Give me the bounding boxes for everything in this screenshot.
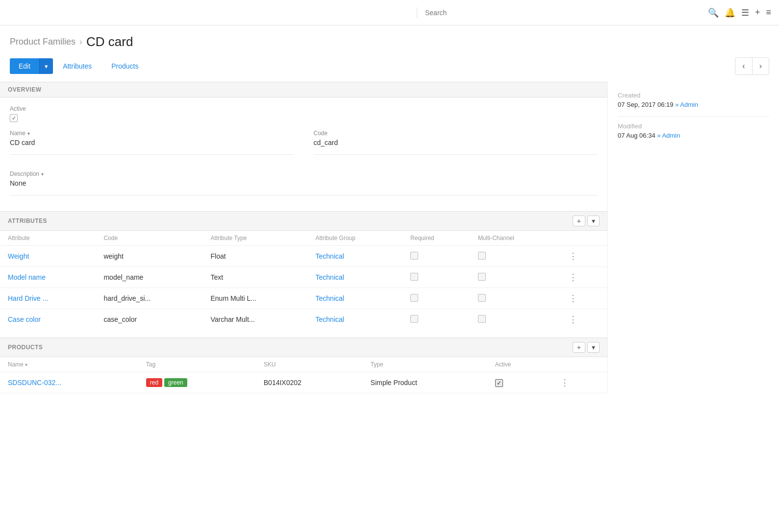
row-actions-button[interactable]: ⋮ <box>567 314 579 325</box>
top-bar: 🔍 🔔 ☰ + ≡ <box>0 0 779 25</box>
description-value: None <box>10 179 598 191</box>
products-dropdown-button[interactable]: ▾ <box>587 342 600 353</box>
attribute-name-link[interactable]: Weight <box>8 252 29 260</box>
breadcrumb-parent[interactable]: Product Families <box>10 37 75 47</box>
tab-products[interactable]: Products <box>101 58 148 74</box>
modified-value: 07 Aug 06:34 » Admin <box>618 132 769 139</box>
multichannel-checkbox[interactable] <box>478 315 486 323</box>
tag-red: red <box>146 378 162 387</box>
attribute-group-link[interactable]: Technical <box>316 273 344 281</box>
col-type: Type <box>363 357 487 372</box>
bell-icon[interactable]: 🔔 <box>725 7 735 18</box>
attribute-type: Varchar Mult... <box>202 309 307 330</box>
breadcrumb: Product Families › CD card <box>0 25 779 54</box>
col-active: Active <box>487 357 551 372</box>
list-icon[interactable]: ☰ <box>741 7 749 18</box>
col-attribute-type: Attribute Type <box>202 231 307 246</box>
main-layout: OVERVIEW Active Name ▾ CD card Code <box>0 82 779 393</box>
attribute-code: weight <box>96 246 202 267</box>
active-checkbox[interactable] <box>10 114 18 122</box>
description-label: Description ▾ <box>10 170 598 177</box>
name-caret: ▾ <box>27 131 30 136</box>
overview-body: Active Name ▾ CD card Code cd_card <box>0 97 607 211</box>
products-table: Name ▾ Tag SKU Type Active SDSDUNC-032..… <box>0 357 607 393</box>
attributes-section-header: ATTRIBUTES + ▾ <box>0 211 607 231</box>
row-actions-button[interactable]: ⋮ <box>567 251 579 262</box>
breadcrumb-separator: › <box>79 37 82 47</box>
col-product-actions <box>551 357 607 372</box>
navigation-arrows: ‹ › <box>735 57 769 75</box>
attribute-type: Float <box>202 246 307 267</box>
table-row: Weight weight Float Technical ⋮ <box>0 246 607 267</box>
name-code-row: Name ▾ CD card Code cd_card <box>10 130 598 163</box>
plus-icon[interactable]: + <box>755 7 760 18</box>
col-attribute: Attribute <box>0 231 96 246</box>
active-label: Active <box>10 105 598 112</box>
menu-icon[interactable]: ≡ <box>766 7 771 18</box>
attribute-name-link[interactable]: Case color <box>8 315 41 323</box>
code-label: Code <box>314 130 598 137</box>
required-checkbox[interactable] <box>410 273 418 281</box>
sidebar-right: Created 07 Sep, 2017 06:19 » Admin Modif… <box>607 82 779 393</box>
product-type: Simple Product <box>363 372 487 393</box>
col-multi-channel: Multi-Channel <box>470 231 559 246</box>
row-actions-button[interactable]: ⋮ <box>567 272 579 283</box>
product-tags: redgreen <box>138 372 256 393</box>
attributes-actions: + ▾ <box>573 216 600 226</box>
name-field: Name ▾ CD card <box>10 130 294 163</box>
created-by-link[interactable]: » Admin <box>675 101 698 108</box>
row-actions-button[interactable]: ⋮ <box>567 293 579 304</box>
top-bar-right: 🔍 🔔 ☰ + ≡ <box>417 7 779 18</box>
attribute-name-link[interactable]: Hard Drive ... <box>8 294 48 302</box>
search-icon[interactable]: 🔍 <box>708 7 719 18</box>
edit-button[interactable]: Edit <box>10 58 39 74</box>
search-input[interactable] <box>425 9 702 17</box>
modified-by-link[interactable]: » Admin <box>657 132 680 139</box>
products-title: PRODUCTS <box>8 344 43 351</box>
name-value: CD card <box>10 139 294 150</box>
attribute-group-link[interactable]: Technical <box>316 294 344 302</box>
product-row-actions-button[interactable]: ⋮ <box>558 377 571 388</box>
col-sku: SKU <box>256 357 363 372</box>
attributes-title: ATTRIBUTES <box>8 218 47 224</box>
col-code: Code <box>96 231 202 246</box>
required-checkbox[interactable] <box>410 252 418 260</box>
description-caret: ▾ <box>41 171 44 177</box>
nav-prev-button[interactable]: ‹ <box>735 58 752 74</box>
name-label: Name ▾ <box>10 130 294 137</box>
code-field: Code cd_card <box>314 130 598 163</box>
attributes-dropdown-button[interactable]: ▾ <box>587 216 600 226</box>
description-field: Description ▾ None <box>10 170 598 195</box>
product-active-checkbox[interactable]: ✓ <box>495 379 503 387</box>
attributes-header-row: Attribute Code Attribute Type Attribute … <box>0 231 607 246</box>
multichannel-checkbox[interactable] <box>478 294 486 302</box>
multichannel-checkbox[interactable] <box>478 273 486 281</box>
table-row: Hard Drive ... hard_drive_si... Enum Mul… <box>0 288 607 309</box>
breadcrumb-current: CD card <box>86 34 133 49</box>
overview-title: OVERVIEW <box>8 86 41 93</box>
required-checkbox[interactable] <box>410 294 418 302</box>
main-content: OVERVIEW Active Name ▾ CD card Code <box>0 82 607 393</box>
product-sku: B014IX0202 <box>256 372 363 393</box>
edit-dropdown-button[interactable]: ▾ <box>39 58 53 74</box>
attribute-group-link[interactable]: Technical <box>316 252 344 260</box>
modified-label: Modified <box>618 122 769 130</box>
multichannel-checkbox[interactable] <box>478 252 486 260</box>
overview-section-header: OVERVIEW <box>0 82 607 97</box>
edit-button-group: Edit ▾ <box>10 58 53 74</box>
product-name-link[interactable]: SDSDUNC-032... <box>8 379 61 387</box>
toolbar: Edit ▾ Attributes Products ‹ › <box>0 54 779 82</box>
products-actions: + ▾ <box>573 342 600 353</box>
tab-attributes[interactable]: Attributes <box>53 58 101 74</box>
attribute-type: Text <box>202 267 307 288</box>
attribute-group-link[interactable]: Technical <box>316 315 344 323</box>
attribute-name-link[interactable]: Model name <box>8 273 46 281</box>
attributes-add-button[interactable]: + <box>573 216 585 226</box>
code-value: cd_card <box>314 139 598 150</box>
col-required: Required <box>402 231 470 246</box>
active-field: Active <box>10 105 598 122</box>
nav-next-button[interactable]: › <box>753 58 769 74</box>
products-add-button[interactable]: + <box>573 342 585 353</box>
attributes-table: Attribute Code Attribute Type Attribute … <box>0 231 607 330</box>
required-checkbox[interactable] <box>410 315 418 323</box>
